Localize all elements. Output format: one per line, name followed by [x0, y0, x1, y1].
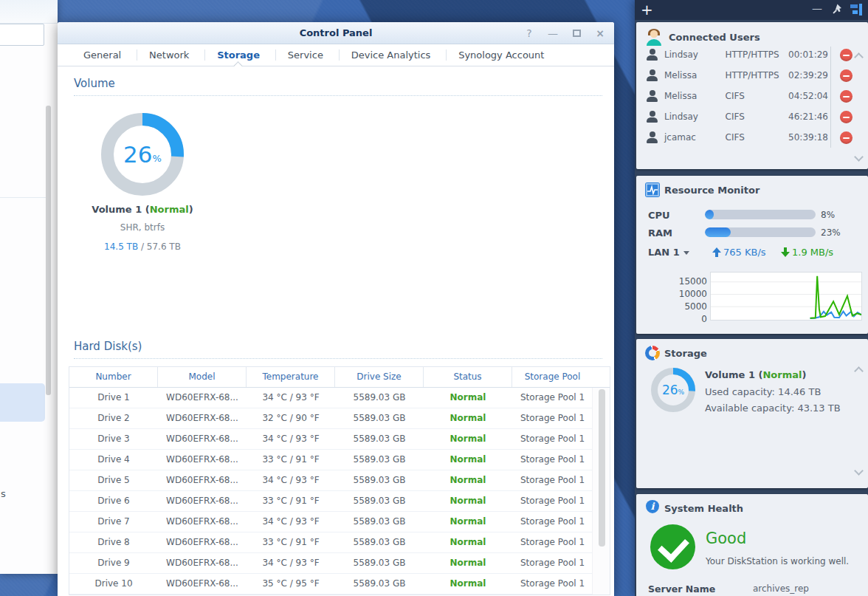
- widget-storage: Storage 26 % Volume 1 (Normal) Used capa…: [636, 339, 868, 488]
- user-connect-time: 50:39:18: [785, 132, 828, 143]
- user-icon: [647, 90, 658, 102]
- user-connect-time: 46:21:46: [785, 112, 828, 122]
- table-row[interactable]: Drive 1WD60EFRX-68...34 °C / 93 °F5589.0…: [69, 388, 610, 408]
- table-cell: Normal: [424, 450, 512, 470]
- ram-label: RAM: [648, 227, 672, 239]
- widget-panel-header: + —: [635, 0, 868, 20]
- table-cell: Storage Pool 1: [512, 470, 593, 490]
- dsm-desktop: s Control Panel ? — × General Network St…: [0, 0, 868, 596]
- user-icon: [647, 111, 658, 123]
- tab-network[interactable]: Network: [137, 44, 202, 66]
- table-row[interactable]: Drive 5WD60EFRX-68...34 °C / 93 °F5589.0…: [69, 470, 610, 491]
- table-row[interactable]: Drive 6WD60EFRX-68...33 °C / 91 °F5589.0…: [69, 491, 610, 512]
- connected-user-row: LindsayCIFS46:21:46: [636, 106, 828, 127]
- server-name-value: archives_rep: [753, 583, 809, 594]
- table-cell: 32 °C / 90 °F: [247, 408, 335, 428]
- add-widget-button[interactable]: +: [641, 1, 653, 18]
- lan-selector[interactable]: LAN 1: [648, 247, 689, 258]
- table-cell: 5589.03 GB: [335, 512, 424, 532]
- cpu-percent: 8%: [821, 210, 835, 220]
- user-protocol: CIFS: [726, 132, 785, 143]
- chevron-up-icon[interactable]: [855, 50, 863, 58]
- table-cell: 5589.03 GB: [335, 388, 424, 408]
- table-cell: Normal: [424, 574, 512, 594]
- close-icon[interactable]: ×: [593, 27, 607, 39]
- storage-available-capacity: Available capacity: 43.13 TB: [705, 400, 841, 417]
- health-status: Good: [706, 530, 746, 547]
- table-header-row: NumberModelTemperatureDrive SizeStatusSt…: [69, 367, 610, 388]
- background-selected-item[interactable]: [0, 383, 45, 422]
- tab-service[interactable]: Service: [275, 44, 336, 66]
- table-cell: WD60EFRX-68...: [158, 491, 247, 511]
- table-cell: Storage Pool 1: [512, 450, 593, 470]
- background-truncated-label: s: [1, 488, 6, 499]
- traffic-series-download: [810, 276, 861, 318]
- table-row[interactable]: Drive 3WD60EFRX-68...34 °C / 93 °F5589.0…: [69, 429, 610, 450]
- volume-section-heading: Volume: [74, 77, 602, 96]
- table-cell: WD60EFRX-68...: [158, 408, 247, 428]
- table-cell: 33 °C / 91 °F: [247, 532, 335, 552]
- panel-layout-icon[interactable]: [850, 4, 862, 16]
- column-header[interactable]: Status: [424, 367, 512, 387]
- table-cell: WD60EFRX-68...: [158, 388, 247, 408]
- column-header[interactable]: Number: [69, 367, 158, 387]
- chevron-down-icon[interactable]: [855, 152, 863, 160]
- table-row[interactable]: Drive 7WD60EFRX-68...34 °C / 93 °F5589.0…: [69, 512, 610, 532]
- chevron-down-icon[interactable]: [855, 466, 863, 474]
- minimize-icon[interactable]: —: [546, 27, 559, 39]
- chevron-up-icon[interactable]: [855, 364, 863, 372]
- table-cell: 5589.03 GB: [335, 450, 424, 470]
- storage-percent-symbol: %: [678, 388, 685, 396]
- widget-connected-users: Connected Users LindsayHTTP/HTTPS00:01:2…: [636, 22, 868, 169]
- table-cell: Drive 7: [69, 512, 158, 532]
- background-window[interactable]: s: [0, 0, 58, 574]
- table-row[interactable]: Drive 8WD60EFRX-68...33 °C / 91 °F5589.0…: [69, 532, 610, 553]
- table-cell: Storage Pool 1: [512, 491, 593, 511]
- titlebar[interactable]: Control Panel ? — ×: [58, 22, 614, 44]
- column-header[interactable]: Drive Size: [335, 367, 424, 387]
- table-row[interactable]: Drive 2WD60EFRX-68...32 °C / 90 °F5589.0…: [69, 408, 610, 429]
- storage-percent: 26: [662, 383, 678, 397]
- tab-storage[interactable]: Storage: [204, 44, 272, 66]
- tab-device-analytics[interactable]: Device Analytics: [339, 44, 444, 66]
- user-name: Melissa: [664, 70, 726, 81]
- pin-icon[interactable]: [830, 3, 843, 18]
- widget-title: System Health: [664, 503, 743, 514]
- maximize-icon[interactable]: [570, 27, 583, 39]
- table-scrollbar-thumb[interactable]: [599, 389, 605, 547]
- kick-user-button[interactable]: [840, 111, 852, 123]
- table-cell: 5589.03 GB: [335, 408, 424, 428]
- table-scrollbar-track[interactable]: [592, 388, 610, 595]
- table-cell: Storage Pool 1: [512, 512, 593, 532]
- health-check-icon: [650, 524, 695, 569]
- widget-resource-monitor: Resource Monitor CPU 8% RAM 23% LAN 1 76…: [636, 176, 868, 334]
- kick-user-button[interactable]: [840, 69, 852, 82]
- kick-user-button[interactable]: [840, 131, 852, 144]
- table-cell: 33 °C / 91 °F: [247, 450, 335, 470]
- volume-used-link[interactable]: 14.5 TB: [104, 242, 138, 252]
- table-cell: WD60EFRX-68...: [158, 553, 247, 573]
- column-header[interactable]: Storage Pool: [512, 367, 593, 387]
- table-cell: Drive 9: [69, 553, 158, 573]
- kick-user-button[interactable]: [840, 49, 852, 61]
- ram-percent: 23%: [821, 227, 841, 238]
- background-window-titlebar: [0, 0, 58, 24]
- help-icon[interactable]: ?: [523, 27, 536, 39]
- table-row[interactable]: Drive 9WD60EFRX-68...34 °C / 93 °F5589.0…: [69, 553, 610, 574]
- panel-minimize-icon[interactable]: —: [812, 2, 822, 14]
- server-name-label: Server Name: [648, 583, 715, 595]
- table-cell: Storage Pool 1: [512, 388, 593, 408]
- tab-synology-account[interactable]: Synology Account: [446, 44, 557, 66]
- background-scrollbar[interactable]: [46, 106, 51, 395]
- background-search-input[interactable]: [0, 24, 44, 46]
- user-name: Lindsay: [664, 49, 726, 60]
- column-header[interactable]: Temperature: [247, 367, 335, 387]
- user-name: Lindsay: [664, 112, 726, 122]
- table-cell: Drive 10: [69, 574, 158, 594]
- column-header[interactable]: Model: [158, 367, 247, 387]
- tab-general[interactable]: General: [71, 44, 134, 66]
- table-row[interactable]: Drive 10WD60EFRX-68...35 °C / 95 °F5589.…: [69, 574, 610, 595]
- kick-user-button[interactable]: [840, 90, 852, 103]
- connected-user-row: MelissaHTTP/HTTPS02:39:29: [636, 65, 828, 86]
- table-row[interactable]: Drive 4WD60EFRX-68...33 °C / 91 °F5589.0…: [69, 450, 610, 470]
